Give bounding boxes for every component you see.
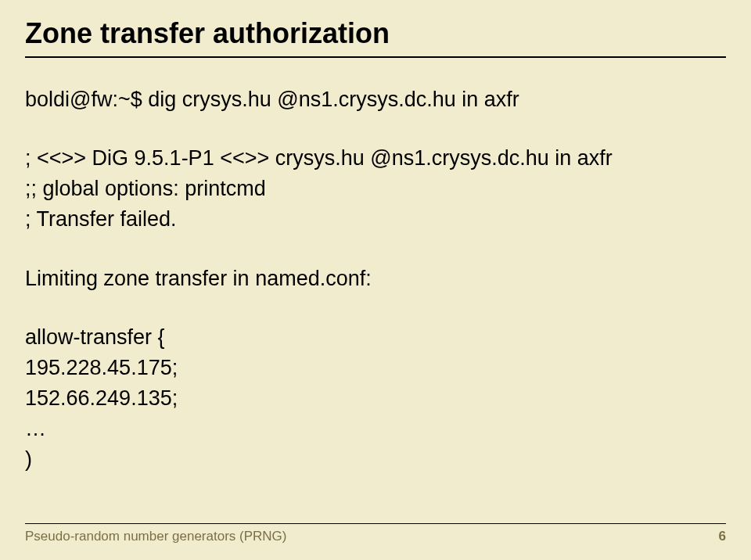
command-block: boldi@fw:~$ dig crysys.hu @ns1.crysys.dc…	[25, 84, 726, 115]
limit-label: Limiting zone transfer in named.conf:	[25, 264, 726, 294]
slide-body: boldi@fw:~$ dig crysys.hu @ns1.crysys.dc…	[25, 84, 726, 475]
conf-block: allow-transfer { 195.228.45.175; 152.66.…	[25, 322, 726, 476]
page-number: 6	[719, 529, 726, 544]
conf-line: …	[25, 414, 726, 444]
conf-line: 195.228.45.175;	[25, 353, 726, 383]
title-rule	[25, 56, 726, 58]
conf-line: )	[25, 444, 726, 475]
conf-line: allow-transfer {	[25, 322, 726, 353]
dig-output-block: ; <<>> DiG 9.5.1-P1 <<>> crysys.hu @ns1.…	[25, 143, 726, 235]
dig-output-line: ; Transfer failed.	[25, 204, 726, 235]
limit-label-block: Limiting zone transfer in named.conf:	[25, 264, 726, 294]
shell-command: boldi@fw:~$ dig crysys.hu @ns1.crysys.dc…	[25, 84, 726, 115]
dig-output-line: ;; global options: printcmd	[25, 174, 726, 204]
slide: Zone transfer authorization boldi@fw:~$ …	[0, 0, 751, 560]
conf-line: 152.66.249.135;	[25, 383, 726, 414]
slide-footer: Pseudo-random number generators (PRNG) 6	[25, 523, 726, 544]
slide-title: Zone transfer authorization	[25, 17, 726, 50]
dig-output-line: ; <<>> DiG 9.5.1-P1 <<>> crysys.hu @ns1.…	[25, 143, 726, 174]
footer-rule	[25, 523, 726, 524]
footer-text: Pseudo-random number generators (PRNG)	[25, 529, 286, 544]
footer-row: Pseudo-random number generators (PRNG) 6	[25, 529, 726, 544]
